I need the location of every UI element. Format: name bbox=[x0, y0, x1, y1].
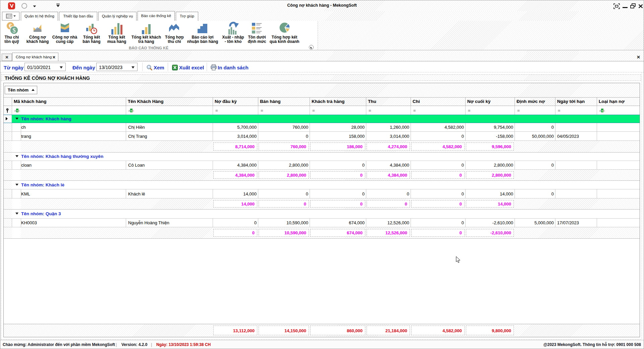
svg-text:C: C bbox=[604, 110, 605, 112]
svg-text:B: B bbox=[16, 110, 18, 112]
svg-text:A: A bbox=[599, 110, 601, 112]
svg-text:B: B bbox=[601, 110, 603, 112]
svg-text:A: A bbox=[128, 110, 130, 112]
svg-text:A: A bbox=[14, 110, 16, 112]
svg-text:C: C bbox=[133, 110, 135, 112]
svg-text:C: C bbox=[19, 110, 20, 112]
svg-text:$: $ bbox=[12, 27, 16, 34]
svg-text:B: B bbox=[130, 110, 132, 112]
